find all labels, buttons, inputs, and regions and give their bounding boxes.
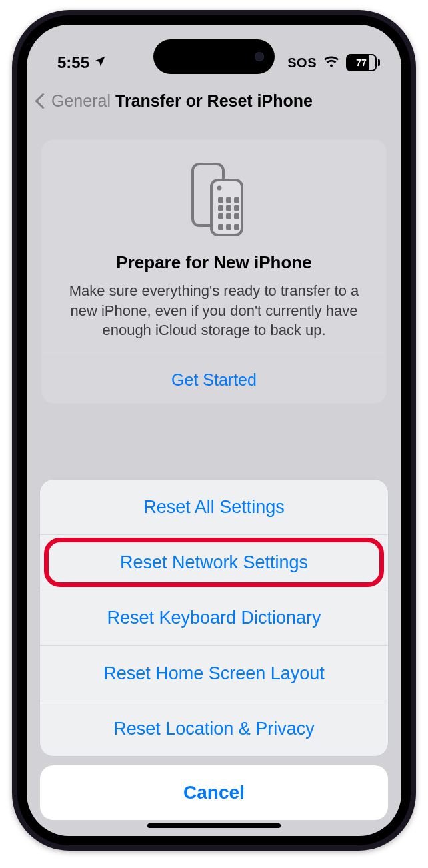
svg-rect-13: [226, 224, 231, 230]
location-arrow-icon: [93, 53, 107, 72]
svg-rect-14: [234, 224, 239, 230]
svg-rect-4: [226, 197, 231, 203]
page-title: Transfer or Reset iPhone: [115, 91, 313, 111]
battery-indicator: 77: [346, 54, 380, 71]
svg-rect-9: [218, 213, 223, 219]
back-button[interactable]: General: [32, 91, 111, 111]
sos-indicator: SOS: [287, 55, 317, 71]
battery-percent: 77: [356, 57, 367, 68]
action-sheet: Reset All Settings Reset Network Setting…: [40, 480, 388, 820]
chevron-left-icon: [35, 93, 51, 109]
reset-all-settings-button[interactable]: Reset All Settings: [40, 480, 388, 534]
reset-network-settings-button[interactable]: Reset Network Settings: [40, 534, 388, 590]
svg-rect-11: [234, 213, 239, 219]
svg-rect-12: [218, 224, 223, 230]
prepare-card: Prepare for New iPhone Make sure everyth…: [41, 139, 387, 404]
sheet-item-label: Reset Network Settings: [120, 552, 308, 573]
reset-home-screen-layout-button[interactable]: Reset Home Screen Layout: [40, 645, 388, 701]
sheet-item-label: Reset Home Screen Layout: [103, 663, 325, 684]
card-title: Prepare for New iPhone: [58, 252, 370, 273]
reset-keyboard-dictionary-button[interactable]: Reset Keyboard Dictionary: [40, 590, 388, 645]
svg-point-2: [217, 186, 222, 191]
dynamic-island: [153, 39, 275, 74]
cancel-button[interactable]: Cancel: [40, 765, 388, 820]
sheet-group: Reset All Settings Reset Network Setting…: [40, 480, 388, 756]
wifi-icon: [323, 55, 339, 71]
sheet-item-label: Reset Keyboard Dictionary: [107, 608, 321, 628]
svg-rect-5: [234, 197, 239, 203]
svg-rect-8: [234, 205, 239, 211]
cancel-label: Cancel: [183, 782, 245, 803]
screen: 5:55 SOS 77: [27, 25, 401, 836]
back-label: General: [51, 91, 111, 111]
home-indicator[interactable]: [147, 823, 281, 828]
status-time: 5:55: [57, 53, 89, 72]
svg-rect-7: [226, 205, 231, 211]
reset-location-privacy-button[interactable]: Reset Location & Privacy: [40, 701, 388, 756]
sheet-item-label: Reset All Settings: [143, 497, 285, 518]
card-desc: Make sure everything's ready to transfer…: [58, 281, 370, 340]
phone-frame: 5:55 SOS 77: [12, 10, 416, 851]
phones-icon: [58, 159, 370, 239]
get-started-button[interactable]: Get Started: [58, 357, 370, 403]
svg-rect-10: [226, 213, 231, 219]
svg-rect-6: [218, 205, 223, 211]
svg-rect-3: [218, 197, 223, 203]
navbar: General Transfer or Reset iPhone: [27, 82, 401, 119]
sheet-item-label: Reset Location & Privacy: [113, 719, 315, 739]
